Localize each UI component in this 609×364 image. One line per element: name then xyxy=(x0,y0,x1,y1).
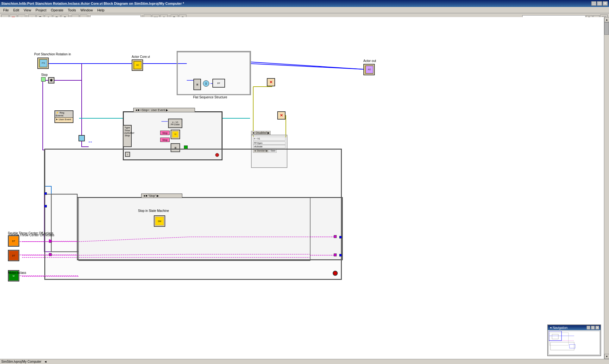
close-button[interactable]: ✕ xyxy=(603,1,608,6)
canvas-area[interactable]: PS Port Stanchion Rotation in AC Actor C… xyxy=(0,17,604,359)
navigation-content xyxy=(548,330,600,355)
status-path: SimStim.lvproj/My Computer xyxy=(1,360,41,363)
svg-text:AO: AO xyxy=(368,68,371,71)
stop-case-selector[interactable]: ◄■ "Stop" ▶ xyxy=(141,194,182,198)
svg-rect-45 xyxy=(552,334,558,339)
stop-button-loop[interactable] xyxy=(333,271,338,276)
menu-view[interactable]: View xyxy=(22,8,33,13)
inner-subvi[interactable]: VI xyxy=(171,130,180,139)
nav-arrow-icon: ◄ xyxy=(549,326,552,329)
stop-increment-node[interactable]: ✱ xyxy=(48,77,54,83)
right-connector-1 xyxy=(339,236,342,238)
navigation-title: Navigation xyxy=(553,326,586,330)
fp-close-func[interactable]: ≡→V1 FP.Close xyxy=(168,119,182,128)
event-selector-list[interactable]: Type Time UsrEvtRef Stop xyxy=(123,125,132,147)
scroll-up-arrow[interactable]: ▲ xyxy=(604,17,609,22)
actor-out-icon: AO xyxy=(365,65,374,74)
navigation-window[interactable]: ◄ Navigation _ □ ✕ xyxy=(547,324,601,356)
menu-edit[interactable]: Edit xyxy=(11,8,21,13)
motor-subvi[interactable]: M xyxy=(8,270,19,281)
disabled-selector[interactable]: ◄ Disabled ▶ xyxy=(251,131,271,135)
cancel-error-node[interactable]: ✕ xyxy=(267,78,275,86)
stop-case-structure: ◄■ "Stop" ▶ Stop in State Machine SM xyxy=(77,197,343,260)
flat-sequence-structure: ⊞ i FP xyxy=(177,51,251,95)
title-text: Stanchion.lvlib:Port Stanchion Rotation.… xyxy=(1,2,591,5)
stop-state-machine-label: Stop in State Machine xyxy=(138,209,402,213)
port-stanchion-label: Port Stanchion Rotation in xyxy=(34,52,71,56)
actor-core-icon: AC xyxy=(133,61,142,70)
fp-node[interactable]: FP xyxy=(212,79,225,88)
nav-close[interactable]: ✕ xyxy=(595,326,599,330)
title-bar: Stanchion.lvlib:Port Stanchion Rotation.… xyxy=(0,0,609,7)
actor-out-label: Actor out xyxy=(363,59,376,63)
menu-bar: File Edit View Project Operate Tools Win… xyxy=(0,7,609,13)
outer-while-loop: ◄■ "Stop" ▶ Stop in State Machine SM Dou… xyxy=(44,149,342,280)
left-connector-1 xyxy=(44,192,47,195)
menu-window[interactable]: Window xyxy=(78,8,95,13)
blue-rect-node[interactable] xyxy=(78,135,85,141)
vertical-scrollbar[interactable]: ▲ ▼ xyxy=(604,17,609,359)
menu-file[interactable]: File xyxy=(1,8,11,13)
status-arrow: ◄ xyxy=(44,360,47,363)
scroll-down-arrow[interactable]: ▼ xyxy=(604,354,609,359)
menu-tools[interactable]: Tools xyxy=(66,8,78,13)
stop-control[interactable] xyxy=(41,77,46,82)
port-stanchion-icon: PS xyxy=(39,59,47,68)
reg-events-subvi[interactable]: ⚡ Reg Events ➤ User Event xyxy=(54,110,73,123)
nav-minimize[interactable]: _ xyxy=(587,326,590,330)
navigation-minimap[interactable] xyxy=(549,331,600,355)
stop-pink-indicator[interactable]: Stop xyxy=(160,131,170,135)
stop-label: Stop xyxy=(41,73,48,77)
svg-text:PS: PS xyxy=(42,62,45,65)
menu-project[interactable]: Project xyxy=(34,8,48,13)
actor-out-subvi[interactable]: AO xyxy=(363,64,375,75)
navigation-title-bar: ◄ Navigation _ □ ✕ xyxy=(548,325,600,330)
minimize-button[interactable]: _ xyxy=(591,1,596,6)
port-stanchion-subvi[interactable]: PS xyxy=(37,58,49,69)
double-throw-subvi-1[interactable]: DT xyxy=(8,235,19,247)
svg-rect-47 xyxy=(569,344,575,348)
status-bar: SimStim.lvproj/My Computer ◄ xyxy=(0,359,609,364)
svg-rect-46 xyxy=(550,342,574,350)
maximize-button[interactable]: □ xyxy=(597,1,602,6)
state-machine-subvi[interactable]: SM xyxy=(154,215,165,227)
flat-sequence-label: Flat Sequence Structure xyxy=(193,96,227,99)
menu-operate[interactable]: Operate xyxy=(49,8,66,13)
scroll-thumb-v[interactable] xyxy=(604,22,609,35)
double-throw-subvi-2[interactable]: DT xyxy=(8,250,19,261)
menu-help[interactable]: Help xyxy=(95,8,106,13)
actor-core-label: Actor Core.vi xyxy=(132,55,150,59)
x-node[interactable]: ✕ xyxy=(277,111,286,120)
left-connector-2 xyxy=(44,205,47,207)
title-bar-buttons[interactable]: _ □ ✕ xyxy=(591,1,608,6)
svg-text:VI: VI xyxy=(174,133,177,135)
actor-core-subvi[interactable]: AC xyxy=(132,59,143,71)
nav-maximize[interactable]: □ xyxy=(591,326,595,330)
svg-text:AC: AC xyxy=(136,64,139,66)
bundle-node[interactable]: ⊞ xyxy=(193,79,201,90)
right-connector-2 xyxy=(339,254,342,256)
event-selector[interactable]: ◄■ <Stop>: User Event ▶ xyxy=(133,108,195,112)
scroll-track-v[interactable] xyxy=(604,22,609,354)
stop-pink-indicator2[interactable]: Stop xyxy=(160,138,170,142)
info-icon: i xyxy=(203,80,209,87)
